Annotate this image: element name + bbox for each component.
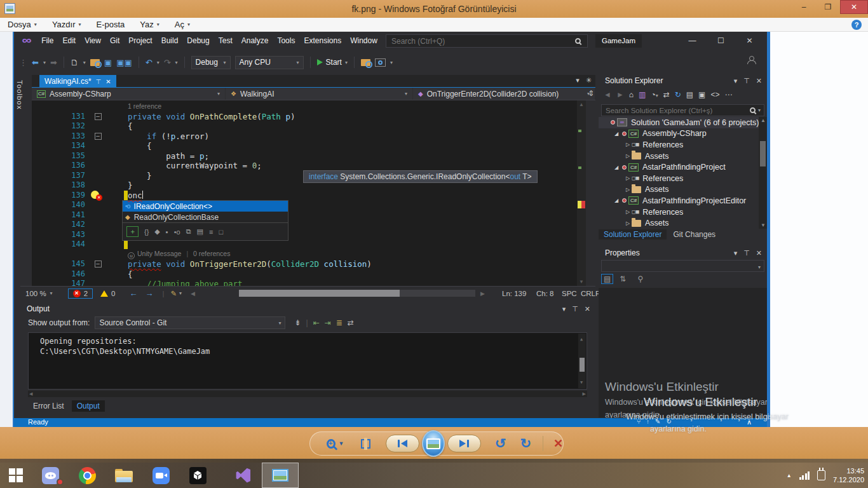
code-line[interactable]: 137 } bbox=[32, 171, 577, 181]
navigate-back-icon[interactable]: ⬅ bbox=[32, 58, 39, 67]
menu-item-dosya[interactable]: Dosya▾ bbox=[0, 18, 44, 31]
expander-icon[interactable]: ▷ bbox=[624, 142, 632, 147]
codelens-references[interactable]: 1 reference bbox=[128, 102, 161, 110]
close-button[interactable]: ✕ bbox=[840, 0, 868, 14]
redo-icon[interactable]: ↷ bbox=[164, 58, 171, 67]
find-in-files-icon[interactable] bbox=[361, 59, 370, 66]
code-line[interactable]: 147 //Jumping above part bbox=[32, 279, 577, 286]
fold-collapse-icon[interactable]: – bbox=[95, 113, 102, 120]
taskbar-file-explorer[interactable] bbox=[105, 463, 142, 488]
tree-item[interactable]: ∞Solution 'GameJam' (6 of 6 projects) bbox=[599, 117, 767, 128]
show-all-files-icon[interactable]: ▣ bbox=[698, 90, 705, 99]
vs-close-button[interactable]: ✕ bbox=[735, 32, 764, 50]
vs-menu-test[interactable]: Test bbox=[214, 32, 237, 50]
fold-collapse-icon[interactable]: – bbox=[95, 133, 102, 140]
goto-previous-message-icon[interactable]: ⇤ bbox=[313, 318, 320, 327]
tree-item[interactable]: ▷◻◼References bbox=[599, 173, 767, 184]
rotate-counterclockwise-icon[interactable]: ↺ bbox=[495, 437, 506, 450]
code-line[interactable]: 134 { bbox=[32, 141, 577, 151]
panel-dropdown-icon[interactable]: ▾ bbox=[562, 305, 566, 313]
code-line[interactable]: 145–private void OnTriggerEnter2D(Collid… bbox=[32, 259, 577, 269]
vs-menu-tools[interactable]: Tools bbox=[273, 32, 299, 50]
open-folder-icon[interactable] bbox=[90, 59, 100, 66]
solution-explorer-search-box[interactable]: ▾ bbox=[601, 104, 764, 116]
start-debugging-button[interactable]: Start▾ bbox=[317, 58, 348, 67]
tree-item[interactable]: ▷◻◼References bbox=[599, 139, 767, 151]
solution-configuration-dropdown[interactable]: Debug▾ bbox=[191, 56, 231, 69]
restore-button[interactable]: ❐ bbox=[816, 0, 840, 14]
scroll-up-icon[interactable]: ▲ bbox=[579, 102, 584, 107]
bottom-tab-error-list[interactable]: Error List bbox=[28, 400, 69, 412]
code-line[interactable]: 142 bbox=[32, 220, 577, 230]
status-git-info[interactable]: ⑂ ↑ ✎ ↻ bbox=[637, 418, 672, 425]
breadcrumb-member-dropdown[interactable]: ◆ OnTriggerEnter2D(Collider2D collision)… bbox=[413, 88, 595, 100]
collapse-all-icon[interactable]: ▤ bbox=[686, 90, 693, 99]
expander-icon[interactable]: ▷ bbox=[624, 220, 632, 226]
next-button[interactable] bbox=[447, 435, 481, 452]
code-editor[interactable]: 1 reference uUnity Message | 0 reference… bbox=[32, 100, 586, 286]
save-icon[interactable]: ▣ bbox=[104, 58, 112, 67]
close-tab-icon[interactable]: ✕ bbox=[105, 78, 111, 85]
code-line[interactable]: 144 bbox=[32, 240, 577, 250]
navigate-backward-icon[interactable]: ← bbox=[129, 288, 137, 298]
vs-menu-debug[interactable]: Debug bbox=[182, 32, 214, 50]
properties-object-dropdown[interactable]: ▾ bbox=[601, 260, 764, 272]
pin-icon[interactable]: ⊤ bbox=[96, 78, 102, 85]
expander-icon[interactable]: ▷ bbox=[624, 187, 632, 193]
close-panel-icon[interactable]: ✕ bbox=[585, 305, 590, 313]
toolbox-tab[interactable]: Toolbox bbox=[16, 80, 24, 110]
code-line[interactable]: 139onc bbox=[32, 191, 577, 201]
switch-views-icon[interactable]: ⇄ bbox=[663, 90, 670, 99]
property-pages-icon[interactable]: ⚲ bbox=[637, 274, 643, 283]
expander-icon[interactable]: ▷ bbox=[624, 209, 632, 215]
hscroll-right-icon[interactable]: ▶ bbox=[480, 290, 485, 297]
panel-dropdown-icon[interactable]: ▾ bbox=[734, 77, 738, 85]
vs-menu-extensions[interactable]: Extensions bbox=[299, 32, 346, 50]
alphabetical-sort-icon[interactable]: ⇅ bbox=[620, 274, 626, 283]
settings-gear-icon[interactable]: ✳ bbox=[586, 76, 592, 85]
code-line[interactable]: 133– if (!p.error) bbox=[32, 132, 577, 142]
output-source-dropdown[interactable]: Source Control - Git▾ bbox=[95, 316, 285, 329]
menu-item-yazdr[interactable]: Yazdır▾ bbox=[44, 18, 89, 31]
code-line[interactable]: 141 bbox=[32, 210, 577, 220]
goto-next-message-icon[interactable]: ⇥ bbox=[325, 318, 331, 327]
codelens-unity-message[interactable]: uUnity Message | 0 references bbox=[128, 250, 230, 259]
vs-menu-project[interactable]: Project bbox=[124, 32, 156, 50]
new-file-icon[interactable]: 🗋 bbox=[71, 58, 79, 67]
taskbar-zoom[interactable] bbox=[142, 463, 179, 488]
vs-menu-file[interactable]: File bbox=[37, 32, 58, 50]
navigate-forward-icon[interactable]: ➡ bbox=[50, 58, 57, 67]
code-line[interactable]: 131–private void OnPathComplete(Path p) bbox=[32, 112, 577, 122]
vs-minimize-button[interactable]: — bbox=[678, 32, 707, 50]
overflow-icon[interactable]: ⋯ bbox=[724, 90, 732, 99]
help-icon[interactable]: ? bbox=[851, 20, 862, 30]
bottom-tab-output[interactable]: Output bbox=[72, 400, 105, 412]
breadcrumb-type-dropdown[interactable]: ❖ WalkingAI▾ bbox=[226, 88, 413, 100]
feedback-icon[interactable] bbox=[747, 56, 756, 64]
vs-search-box[interactable] bbox=[386, 34, 588, 48]
output-log[interactable]: ▲▼ Opening repositories:C:\Users\CGT\Des… bbox=[28, 332, 587, 390]
panel-dropdown-icon[interactable]: ▾ bbox=[734, 249, 738, 257]
output-horizontal-scrollbar[interactable]: ◀▶ bbox=[28, 391, 587, 397]
find-message-icon[interactable]: ⇟ bbox=[294, 318, 301, 327]
error-count[interactable]: ✕ 2 bbox=[68, 288, 93, 299]
hscroll-left-icon[interactable]: ◀ bbox=[191, 290, 195, 297]
word-wrap-icon[interactable]: ⇄ bbox=[348, 318, 354, 327]
status-expand-icon[interactable]: ∧ bbox=[747, 418, 752, 426]
zoom-dropdown-icon[interactable]: ▼ bbox=[339, 440, 344, 447]
zoom-level[interactable]: 100 % bbox=[25, 290, 46, 297]
save-all-icon[interactable]: ▣▣ bbox=[116, 58, 132, 67]
vs-menu-view[interactable]: View bbox=[80, 32, 105, 50]
tree-item[interactable]: ▷◻◼References bbox=[599, 207, 767, 218]
navigate-forward-icon[interactable]: → bbox=[145, 288, 153, 298]
home-icon[interactable]: ⌂ bbox=[629, 90, 634, 99]
actual-size-icon[interactable] bbox=[361, 439, 371, 449]
expander-icon[interactable]: ◢ bbox=[613, 198, 620, 203]
tree-item[interactable]: ◢C#AstarPathfindingProject bbox=[599, 161, 767, 173]
editor-vertical-scrollbar[interactable]: ▲ ▼ bbox=[577, 100, 586, 286]
expander-icon[interactable]: ▷ bbox=[624, 153, 632, 159]
vs-menu-window[interactable]: Window bbox=[346, 32, 382, 50]
taskbar-visual-studio[interactable] bbox=[225, 463, 262, 488]
pin-icon[interactable]: ⊤ bbox=[743, 249, 750, 257]
power-icon[interactable] bbox=[817, 470, 825, 480]
